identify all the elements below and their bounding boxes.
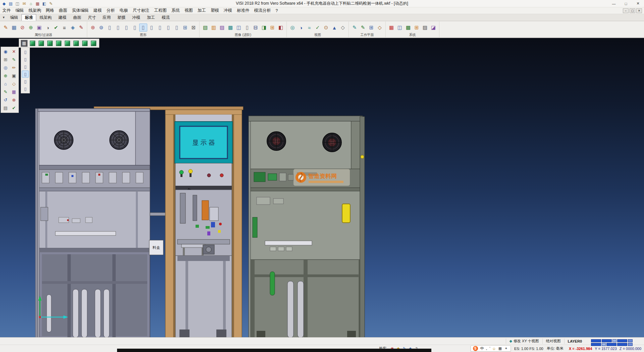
sidebar-tool-icon[interactable]: ⊞ [2, 56, 9, 63]
menu-item[interactable]: 曲面 [57, 7, 70, 14]
menu-item[interactable]: 编辑 [13, 7, 26, 14]
view-cube-icon[interactable] [29, 40, 36, 47]
attribute-tool-icon[interactable]: ✎ [2, 24, 10, 32]
sidebar-tool-icon[interactable]: ◎ [2, 64, 9, 72]
view-cube-icon[interactable] [64, 40, 71, 47]
sidebar-tool-icon[interactable]: ◉ [2, 48, 9, 55]
quick-access-icon[interactable]: ✉ [21, 1, 27, 7]
sidebar-tool-icon[interactable]: ▦ [10, 88, 18, 96]
ime-mode-icon[interactable]: ▦ [498, 346, 502, 351]
viewport-canvas[interactable]: ▦ ◉✕⊞✎◎✏⊕▣⌂◇✎▦↺⊗▤✔ ▯▯▯▯▯▯ [0, 38, 644, 337]
sidebar-tool-icon[interactable]: ⊗ [10, 96, 18, 104]
quick-access-icon[interactable]: ◧ [41, 1, 47, 7]
attribute-tool-icon[interactable]: ✎ [77, 24, 85, 32]
menu-item[interactable]: 建模 [91, 7, 104, 14]
graphics-tool-icon[interactable]: ▯ [148, 24, 156, 32]
mdi-close-button[interactable]: ✕ [636, 8, 642, 13]
view-cube-icon[interactable] [72, 40, 80, 47]
toolbar-tab[interactable]: 塑膜 [114, 14, 129, 21]
image-tool-icon[interactable]: ▨ [218, 24, 226, 32]
menu-item[interactable]: 文件 [0, 7, 13, 14]
mdi-minimize-button[interactable]: – [623, 8, 629, 13]
view-cube-icon[interactable] [81, 40, 89, 47]
sogou-logo-icon[interactable]: S [473, 346, 478, 351]
workplane-tool-icon[interactable]: ◇ [376, 24, 384, 32]
graphics-tool-icon[interactable]: ▯ [106, 24, 114, 32]
system-tool-icon[interactable]: ▨ [421, 24, 429, 32]
view-cube-icon[interactable] [90, 40, 97, 47]
graphics-tool-icon[interactable]: ▯ [114, 24, 122, 32]
ime-mode-icon[interactable]: 。’ [486, 346, 490, 351]
menu-item[interactable]: ? [273, 7, 280, 14]
close-button[interactable]: ✕ [632, 0, 644, 7]
workplane-tool-icon[interactable]: ✎ [351, 24, 359, 32]
ime-mode-icon[interactable]: 中 [480, 346, 484, 351]
attribute-tool-icon[interactable]: ≡ [60, 24, 68, 32]
view-tool-icon[interactable]: ◑ [297, 24, 305, 32]
workplane-tool-icon[interactable]: ✎ [359, 24, 367, 32]
image-tool-icon[interactable]: ▩ [226, 24, 234, 32]
quick-access-icon[interactable]: ⌂ [28, 1, 34, 7]
graphics-tool-icon[interactable]: ▯ [156, 24, 164, 32]
graphics-tool-icon[interactable]: ▯ [164, 24, 172, 32]
menu-item[interactable]: 系统 [169, 7, 182, 14]
menu-item[interactable]: 标准件 [234, 7, 252, 14]
menu-item[interactable]: 加工 [195, 7, 208, 14]
image-tool-icon[interactable]: ⊟ [252, 24, 260, 32]
image-tool-icon[interactable]: ▯ [243, 24, 251, 32]
sidebar-tool-icon[interactable]: ↺ [2, 96, 9, 104]
quick-access-icon[interactable]: ◫ [14, 1, 20, 7]
workplane-status[interactable]: ◆ 修改 XY 十视图 [506, 339, 542, 344]
image-tool-icon[interactable]: ◨ [260, 24, 268, 32]
quick-access-icon[interactable]: ▤ [8, 1, 14, 7]
sidebar-tool-icon[interactable]: ⊕ [2, 72, 9, 80]
toolbar-tab[interactable]: 建模 [55, 14, 70, 21]
menu-item[interactable]: 工程图 [152, 7, 169, 14]
graphics-tool-icon[interactable]: ⊛ [89, 24, 97, 32]
sidebar-tool-icon[interactable]: ✏ [10, 64, 18, 72]
menu-item[interactable]: 视图 [182, 7, 195, 14]
sidebar-tool-icon[interactable]: ⌂ [2, 80, 9, 88]
attribute-tool-icon[interactable]: ⊕ [27, 24, 35, 32]
absolute-view-label[interactable]: 绝对视图 [542, 339, 564, 344]
attribute-tool-icon[interactable]: ◑ [44, 24, 52, 32]
graphics-tool-icon[interactable]: ▯ [131, 24, 139, 32]
menu-item[interactable]: 冲模 [221, 7, 234, 14]
sidebar-tool-icon[interactable]: ✔ [10, 104, 18, 112]
snap-tool-icon[interactable]: ▯ [22, 63, 29, 70]
view-tool-icon[interactable]: ≈ [305, 24, 313, 32]
menu-item[interactable]: 模流分析 [252, 7, 273, 14]
maximize-button[interactable]: □ [620, 0, 632, 7]
sidebar-tool-icon[interactable]: ✎ [2, 88, 9, 96]
image-tool-icon[interactable]: ◫ [235, 24, 243, 32]
toolbar-tab[interactable]: 尺寸 [85, 14, 99, 21]
graphics-tool-icon[interactable]: ▯ [139, 24, 147, 32]
workplane-tool-icon[interactable]: ⊞ [367, 24, 375, 32]
attribute-tool-icon[interactable]: ▦ [10, 24, 18, 32]
graphics-tool-icon[interactable]: ▯ [122, 24, 130, 32]
toolbar-tab[interactable]: 线架构 [36, 14, 55, 21]
view-tool-icon[interactable]: ◇ [339, 24, 347, 32]
attribute-tool-icon[interactable]: ✔ [52, 24, 60, 32]
snap-tool-icon[interactable]: ▯ [22, 48, 29, 55]
system-tool-icon[interactable]: ▦ [387, 24, 395, 32]
toolbar-tab[interactable]: 曲面 [70, 14, 85, 21]
system-tool-icon[interactable]: ◫ [396, 24, 404, 32]
graphics-tool-icon[interactable]: ⊚ [97, 24, 105, 32]
sidebar-tool-icon[interactable]: ✎ [10, 56, 18, 63]
toolbar-tab[interactable]: 模流 [158, 14, 173, 21]
toolbar-tab[interactable]: 标准 [21, 14, 36, 21]
image-tool-icon[interactable]: ▥ [210, 24, 218, 32]
view-tool-icon[interactable]: ⊙ [322, 24, 330, 32]
image-tool-icon[interactable]: ◧ [277, 24, 285, 32]
snap-tool-icon[interactable]: ▯ [22, 85, 29, 92]
system-tool-icon[interactable]: ◪ [429, 24, 437, 32]
system-tool-icon[interactable]: ▩ [404, 24, 412, 32]
quick-access-icon[interactable]: ✎ [48, 1, 54, 7]
tab-dropdown-icon[interactable]: ▼ [1, 14, 7, 21]
menu-item[interactable]: 电极 [117, 7, 130, 14]
menu-item[interactable]: 网格 [44, 7, 57, 14]
toolbar-tab[interactable]: 加工 [144, 14, 158, 21]
system-tool-icon[interactable]: ⊞ [413, 24, 421, 32]
quick-access-icon[interactable]: ▦ [35, 1, 41, 7]
